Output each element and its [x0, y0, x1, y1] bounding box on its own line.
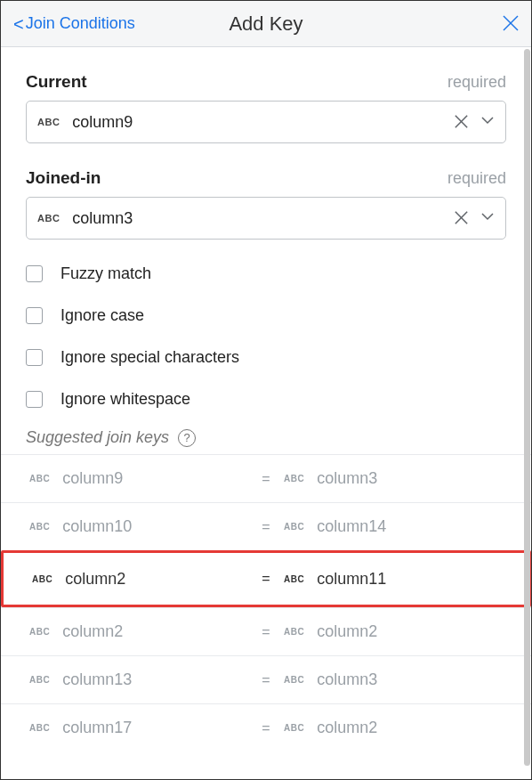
- suggestion-left-column: column17: [62, 719, 132, 737]
- suggestion-right-column: column11: [317, 570, 386, 589]
- equals-icon: =: [248, 519, 284, 535]
- suggestion-left: ABCcolumn17: [29, 719, 248, 737]
- suggestion-left-column: column13: [62, 670, 132, 689]
- abc-type-icon: ABC: [29, 474, 50, 483]
- clear-joined-button[interactable]: [455, 208, 468, 229]
- abc-type-icon: ABC: [29, 675, 50, 685]
- abc-type-icon: ABC: [284, 627, 304, 637]
- abc-type-icon: ABC: [37, 213, 60, 223]
- suggestion-right-column: column14: [317, 517, 386, 536]
- current-value: column9: [72, 113, 455, 132]
- suggestion-row[interactable]: ABCcolumn17=ABCcolumn2: [1, 703, 531, 752]
- joined-select[interactable]: ABC column3: [26, 197, 506, 240]
- close-icon: [455, 211, 468, 224]
- suggestion-row[interactable]: ABCcolumn2=ABCcolumn11: [1, 550, 531, 607]
- scroll-area[interactable]: Current required ABC column9 Joined-in r…: [1, 47, 531, 779]
- ignore-case-checkbox[interactable]: Ignore case: [26, 306, 506, 325]
- suggestion-right: ABCcolumn3: [284, 469, 503, 488]
- ignore-special-label: Ignore special characters: [60, 348, 239, 367]
- suggested-label: Suggested join keys: [26, 428, 169, 447]
- suggestion-list: ABCcolumn9=ABCcolumn3ABCcolumn10=ABCcolu…: [1, 454, 531, 752]
- suggestion-left-column: column2: [62, 622, 123, 641]
- checkbox-icon: [26, 265, 43, 282]
- joined-field-header: Joined-in required: [26, 168, 506, 188]
- back-link-label: Join Conditions: [26, 14, 135, 33]
- equals-icon: =: [248, 624, 284, 640]
- joined-required: required: [447, 169, 506, 188]
- equals-icon: =: [248, 571, 284, 587]
- suggestion-row[interactable]: ABCcolumn13=ABCcolumn3: [1, 655, 531, 703]
- abc-type-icon: ABC: [37, 117, 60, 127]
- fuzzy-match-label: Fuzzy match: [60, 264, 151, 283]
- suggestion-left: ABCcolumn2: [32, 570, 248, 589]
- suggestion-right: ABCcolumn14: [284, 517, 503, 536]
- suggestion-left: ABCcolumn10: [29, 517, 248, 536]
- suggestion-right-column: column3: [317, 469, 377, 488]
- joined-label: Joined-in: [26, 168, 101, 188]
- scrollbar-thumb[interactable]: [524, 49, 530, 766]
- abc-type-icon: ABC: [284, 675, 304, 685]
- abc-type-icon: ABC: [284, 723, 304, 733]
- suggestion-right: ABCcolumn3: [284, 670, 503, 689]
- suggested-header: Suggested join keys ?: [26, 428, 506, 447]
- help-icon[interactable]: ?: [178, 429, 196, 447]
- back-link[interactable]: < Join Conditions: [13, 14, 135, 33]
- abc-type-icon: ABC: [29, 522, 50, 532]
- current-select[interactable]: ABC column9: [26, 101, 506, 143]
- suggestion-right: ABCcolumn2: [284, 622, 503, 641]
- suggestion-row[interactable]: ABCcolumn2=ABCcolumn2: [1, 607, 531, 655]
- abc-type-icon: ABC: [29, 627, 50, 637]
- ignore-case-label: Ignore case: [60, 306, 144, 325]
- clear-current-button[interactable]: [455, 112, 468, 133]
- close-icon: [455, 115, 468, 128]
- current-field-header: Current required: [26, 72, 506, 92]
- chevron-down-icon[interactable]: [480, 113, 495, 131]
- suggestion-right-column: column3: [317, 670, 377, 689]
- checkbox-icon: [26, 307, 43, 324]
- chevron-left-icon: <: [13, 15, 24, 33]
- joined-value: column3: [72, 209, 455, 228]
- current-label: Current: [26, 72, 87, 92]
- suggestion-left: ABCcolumn13: [29, 670, 248, 689]
- abc-type-icon: ABC: [29, 723, 50, 733]
- form-content: Current required ABC column9 Joined-in r…: [1, 47, 531, 760]
- equals-icon: =: [248, 720, 284, 736]
- equals-icon: =: [248, 672, 284, 688]
- chevron-down-icon[interactable]: [480, 209, 495, 227]
- abc-type-icon: ABC: [284, 574, 304, 584]
- abc-type-icon: ABC: [284, 522, 304, 532]
- suggestion-left-column: column9: [62, 469, 123, 488]
- checkbox-icon: [26, 391, 43, 408]
- suggestion-row[interactable]: ABCcolumn10=ABCcolumn14: [1, 502, 531, 550]
- dialog-header: < Join Conditions Add Key: [1, 1, 531, 47]
- suggestion-left: ABCcolumn2: [29, 622, 248, 641]
- suggestion-right: ABCcolumn2: [284, 719, 503, 737]
- suggestion-left-column: column10: [62, 517, 132, 536]
- dialog-title: Add Key: [229, 12, 302, 36]
- equals-icon: =: [248, 471, 284, 487]
- ignore-whitespace-label: Ignore whitespace: [60, 390, 190, 409]
- suggestion-right-column: column2: [317, 719, 377, 737]
- ignore-whitespace-checkbox[interactable]: Ignore whitespace: [26, 390, 506, 409]
- suggestion-right-column: column2: [317, 622, 377, 641]
- suggestion-left-column: column2: [65, 570, 125, 589]
- close-icon: [503, 15, 519, 31]
- fuzzy-match-checkbox[interactable]: Fuzzy match: [26, 264, 506, 283]
- suggestion-row[interactable]: ABCcolumn9=ABCcolumn3: [1, 454, 531, 502]
- abc-type-icon: ABC: [32, 574, 52, 584]
- suggestion-right: ABCcolumn11: [284, 570, 500, 589]
- close-button[interactable]: [503, 12, 519, 37]
- checkbox-icon: [26, 349, 43, 366]
- abc-type-icon: ABC: [284, 474, 304, 483]
- suggestion-left: ABCcolumn9: [29, 469, 248, 488]
- current-required: required: [447, 73, 506, 92]
- ignore-special-checkbox[interactable]: Ignore special characters: [26, 348, 506, 367]
